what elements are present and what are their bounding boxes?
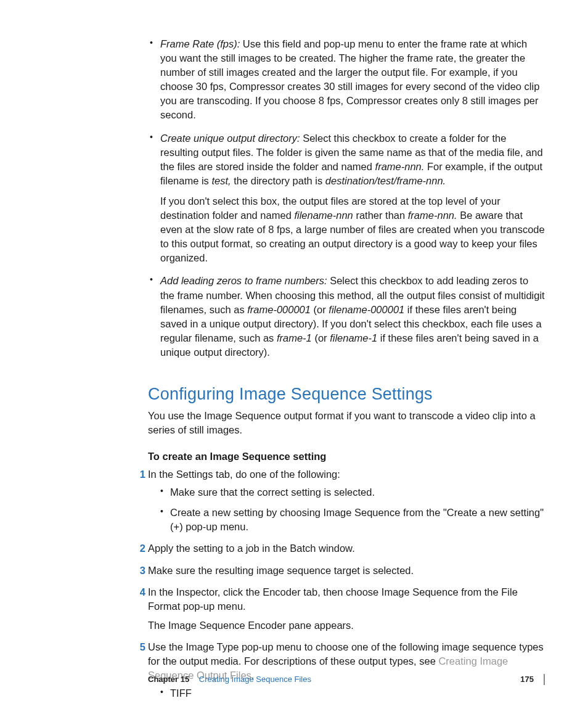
footer-left: Chapter 15 Creating Image Sequence Files [148,674,311,685]
body-text: (or [312,332,330,343]
sub-list: Make sure that the correct setting is se… [160,485,545,534]
term: Create unique output directory: [160,133,300,144]
inline-italic: frame-000001 [247,304,311,315]
bullet-leading-zeros: Add leading zeros to frame numbers: Sele… [148,274,545,359]
page-number: 175 [520,674,534,685]
inline-italic: frame-1 [277,332,312,343]
page-content: Frame Rate (fps): Use this field and pop… [0,0,588,700]
inline-italic: test, [211,175,231,186]
step-note: The Image Sequence Encoder pane appears. [148,618,545,633]
inline-italic: filename-nnn [294,210,353,221]
sub-list: TIFF [160,686,545,700]
term: Frame Rate (fps): [160,38,240,49]
body-text: rather than [353,210,408,221]
inline-italic: frame-nnn. [375,161,425,172]
step-text: In the Inspector, click the Encoder tab,… [148,586,518,612]
section-heading: Configuring Image Sequence Settings [148,383,545,406]
inline-italic: destination/test/frame-nnn. [325,175,446,186]
task-title: To create an Image Sequence setting [148,449,545,464]
body-text: Use this field and pop-up menu to enter … [160,38,539,120]
definition-list: Frame Rate (fps): Use this field and pop… [148,37,545,359]
step-2: Apply the setting to a job in the Batch … [148,541,545,556]
chapter-title: Creating Image Sequence Files [199,675,311,684]
page-footer: Chapter 15 Creating Image Sequence Files… [148,674,545,685]
chapter-label: Chapter 15 [148,675,189,684]
paragraph: Create unique output directory: Select t… [160,131,545,188]
body-text: (or [311,304,329,315]
steps-list: In the Settings tab, do one of the follo… [148,467,545,700]
step-5: Use the Image Type pop-up menu to choose… [148,640,545,700]
sub-item: Create a new setting by choosing Image S… [160,506,545,534]
step-4: In the Inspector, click the Encoder tab,… [148,585,545,633]
inline-italic: filename-1 [330,332,377,343]
bullet-unique-dir: Create unique output directory: Select t… [148,131,545,266]
inline-italic: filename-000001 [329,304,404,315]
term: Add leading zeros to frame numbers: [160,275,327,286]
section-intro: You use the Image Sequence output format… [148,409,545,437]
bullet-frame-rate: Frame Rate (fps): Use this field and pop… [148,37,545,123]
inline-italic: frame-nnn. [408,210,457,221]
sub-item: TIFF [160,686,545,700]
sub-item: Make sure that the correct setting is se… [160,485,545,499]
paragraph: If you don't select this box, the output… [160,194,545,265]
step-1: In the Settings tab, do one of the follo… [148,467,545,534]
step-text: In the Settings tab, do one of the follo… [148,469,340,480]
step-3: Make sure the resulting image sequence t… [148,564,545,578]
body-text: the directory path is [231,175,325,186]
